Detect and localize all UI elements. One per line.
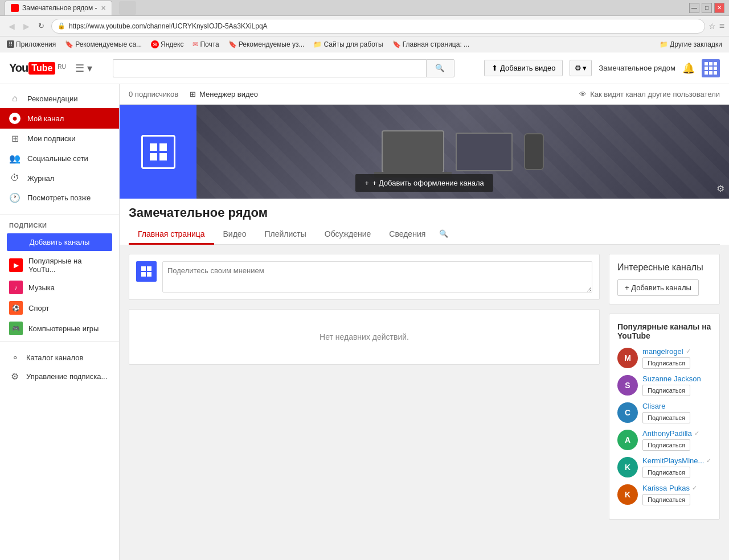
- bookmark-other[interactable]: 📁 Другие закладки: [657, 39, 724, 50]
- popular-channel-suzanne: S Suzanne Jackson Подписаться: [617, 374, 711, 396]
- browser-menu-icon[interactable]: ≡: [719, 21, 724, 31]
- nav-buttons: ◀ ▶ ↻: [5, 19, 48, 33]
- subscription-popular-label: Популярные на YouTu...: [28, 257, 110, 274]
- suzanne-name[interactable]: Suzanne Jackson: [642, 374, 711, 383]
- view-as-others-label: Как видят канал другие пользователи: [590, 90, 720, 98]
- video-manager-link[interactable]: ⊞ Менеджер видео: [190, 90, 258, 98]
- url-bar[interactable]: 🔒 https://www.youtube.com/channel/UCRYKn…: [51, 19, 705, 34]
- bookmark-mail[interactable]: ✉ Почта: [190, 39, 221, 50]
- tab-playlists[interactable]: Плейлисты: [255, 225, 315, 245]
- search-input[interactable]: [113, 59, 426, 77]
- svg-rect-3: [159, 153, 167, 160]
- main-content: 0 подписчиков ⊞ Менеджер видео 👁 Как вид…: [120, 84, 729, 560]
- subscribe-clisare-btn[interactable]: Подписаться: [642, 412, 690, 423]
- channel-name-section: Замечательное рядом Главная страница Вид…: [120, 199, 729, 245]
- view-as-others-link[interactable]: 👁 Как видят канал другие пользователи: [579, 90, 720, 98]
- interesting-channels-title: Интересные каналы: [617, 262, 711, 273]
- share-section: [129, 254, 600, 300]
- kermit-avatar: K: [617, 457, 638, 477]
- browser-chrome: Замечательное рядом - ✕ — □ ✕ ◀ ▶ ↻ 🔒 ht…: [0, 0, 729, 52]
- youtube-header: YouTube RU ☰ ▾ 🔍 ⬆ Добавить видео ⚙ ▾ За…: [0, 52, 729, 84]
- channel-search-btn[interactable]: 🔍: [435, 225, 453, 244]
- bookmark-recommended2[interactable]: 🔖 Рекомендуемые уз...: [226, 39, 307, 50]
- tab-discussion[interactable]: Обсуждение: [316, 225, 380, 245]
- tab-close-btn[interactable]: ✕: [101, 5, 106, 12]
- sidebar-item-manage-subs[interactable]: ⚙ Управление подписка...: [0, 367, 119, 386]
- sidebar-main-section: ⌂ Рекомендации ● Мой канал ⊞ Мои подписк…: [0, 84, 119, 212]
- sidebar-item-my-channel[interactable]: ● Мой канал: [0, 108, 119, 129]
- add-channels-btn[interactable]: Добавить каналы: [7, 233, 112, 251]
- sidebar-item-subscriptions[interactable]: ⊞ Мои подписки: [0, 129, 119, 149]
- tab-about[interactable]: Сведения: [380, 225, 435, 245]
- popular-channel-info-6: Karissa Pukas ✓ Подписаться: [642, 484, 711, 505]
- back-btn[interactable]: ◀: [5, 19, 18, 33]
- maximize-btn[interactable]: □: [702, 3, 712, 13]
- browser-tab[interactable]: Замечательное рядом - ✕: [5, 1, 112, 15]
- subscribe-suzanne-btn[interactable]: Подписаться: [642, 385, 690, 396]
- bookmark-home[interactable]: 🔖 Главная страница: ...: [390, 39, 472, 50]
- close-btn[interactable]: ✕: [714, 3, 724, 13]
- bookmark-icon2: 🔖: [228, 40, 237, 48]
- channel-icon: ●: [9, 113, 21, 124]
- anthony-name[interactable]: AnthonyPadilla ✓: [642, 429, 711, 438]
- grid-icon: [705, 62, 717, 75]
- sidebar-item-watch-later[interactable]: 🕐 Посмотреть позже: [0, 188, 119, 208]
- subscription-item-music[interactable]: ♪ Музыка: [0, 277, 119, 298]
- sidebar-manage-label: Управление подписка...: [26, 372, 107, 381]
- tab-home[interactable]: Главная страница: [129, 225, 214, 245]
- svg-rect-2: [150, 153, 157, 160]
- sidebar-item-journal[interactable]: ⏱ Журнал: [0, 168, 119, 188]
- verified-icon-2: ✓: [694, 430, 699, 437]
- share-textarea[interactable]: [162, 261, 592, 293]
- tab-videos[interactable]: Видео: [214, 225, 256, 245]
- bookmark-yandex[interactable]: Я Яндекс: [149, 39, 186, 50]
- sidebar-journal-label: Журнал: [27, 174, 54, 183]
- url-text: https://www.youtube.com/channel/UCRYKnys…: [69, 22, 699, 30]
- bookmark-star-icon[interactable]: ☆: [708, 22, 716, 31]
- subscribe-anthony-btn[interactable]: Подписаться: [642, 439, 690, 451]
- subscription-item-sport[interactable]: ⚽ Спорт: [0, 298, 119, 318]
- minimize-btn[interactable]: —: [689, 3, 699, 13]
- karissa-name[interactable]: Karissa Pukas ✓: [642, 484, 711, 492]
- svg-rect-0: [150, 143, 157, 151]
- sidebar-item-recommendations[interactable]: ⌂ Рекомендации: [0, 89, 119, 108]
- bookmark-apps[interactable]: ⠿ Приложения: [5, 39, 58, 50]
- hamburger-menu-btn[interactable]: ☰ ▾: [73, 60, 95, 77]
- subscribe-kermit-btn[interactable]: Подписаться: [642, 467, 690, 478]
- add-channels-link-btn[interactable]: + Добавить каналы: [617, 279, 699, 296]
- add-channel-art-label: + Добавить оформление канала: [372, 179, 484, 187]
- sidebar-subscriptions-label: Мои подписки: [27, 134, 75, 143]
- anthony-avatar: A: [617, 430, 638, 450]
- channel-art-settings-icon[interactable]: ⚙: [716, 183, 724, 194]
- search-btn[interactable]: 🔍: [426, 59, 454, 77]
- clisare-name[interactable]: Clisare: [642, 402, 711, 410]
- gear-icon: ⚙: [575, 64, 581, 72]
- mail-icon: ✉: [193, 40, 198, 48]
- kermit-name[interactable]: KermitPlaysMine... ✓: [642, 456, 711, 465]
- sidebar-item-social[interactable]: 👥 Социальные сети: [0, 149, 119, 168]
- settings-btn[interactable]: ⚙ ▾: [570, 60, 592, 76]
- subscription-item-games[interactable]: 🎮 Компьютерные игры: [0, 318, 119, 339]
- youtube-logo[interactable]: YouTube RU: [9, 61, 66, 75]
- interesting-channels-section: Интересные каналы + Добавить каналы: [609, 254, 720, 304]
- bookmark-work-sites[interactable]: 📁 Сайты для работы: [311, 39, 385, 50]
- subscription-sport-label: Спорт: [28, 304, 50, 312]
- ssl-icon: 🔒: [58, 22, 65, 30]
- sidebar-item-catalog[interactable]: ⚬ Каталог каналов: [0, 348, 119, 367]
- add-channel-art-btn[interactable]: + + Добавить оформление канала: [355, 174, 493, 192]
- mangelrogel-name[interactable]: mangelrogel ✓: [642, 347, 711, 356]
- refresh-btn[interactable]: ↻: [34, 19, 48, 33]
- bookmark-recommended1[interactable]: 🔖 Рекомендуемые са...: [63, 39, 144, 50]
- channel-art: + + Добавить оформление канала ⚙: [120, 105, 729, 199]
- apps-grid-btn[interactable]: [702, 59, 720, 77]
- verified-icon-4: ✓: [692, 484, 697, 492]
- add-video-btn[interactable]: ⬆ Добавить видео: [484, 60, 563, 76]
- forward-btn[interactable]: ▶: [19, 19, 33, 33]
- subscribe-karissa-btn[interactable]: Подписаться: [642, 494, 690, 505]
- bookmark-other-label: Другие закладки: [670, 40, 722, 48]
- mobile-device: [524, 133, 544, 170]
- notification-bell-btn[interactable]: 🔔: [682, 62, 695, 75]
- subscribe-mangelrogel-btn[interactable]: Подписаться: [642, 357, 690, 369]
- window-controls: — □ ✕: [689, 3, 724, 13]
- subscription-item-popular[interactable]: ▶ Популярные на YouTu...: [0, 253, 119, 277]
